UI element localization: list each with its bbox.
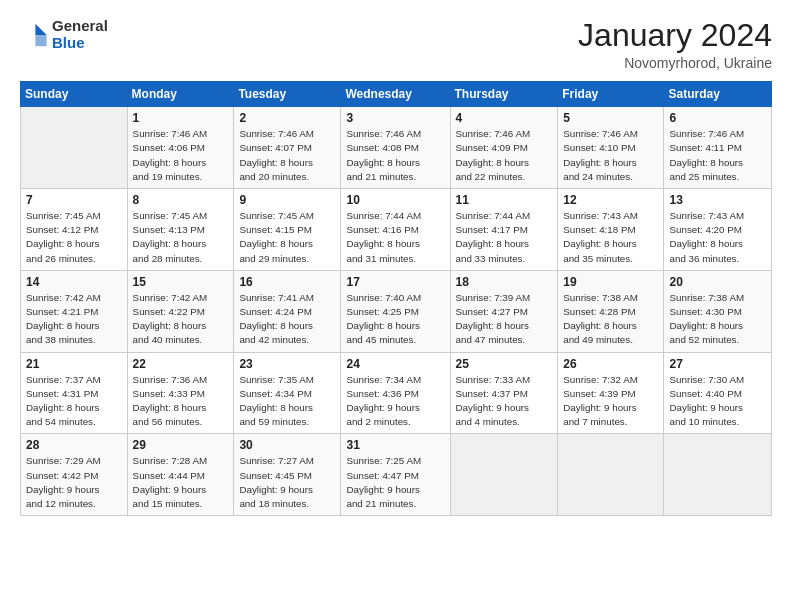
calendar-cell: 4Sunrise: 7:46 AM Sunset: 4:09 PM Daylig…	[450, 107, 558, 189]
day-number: 27	[669, 357, 766, 371]
logo-text: General Blue	[52, 18, 108, 51]
day-info: Sunrise: 7:46 AM Sunset: 4:08 PM Dayligh…	[346, 127, 444, 184]
page-header: General Blue January 2024 Novomyrhorod, …	[20, 18, 772, 71]
day-number: 30	[239, 438, 335, 452]
day-number: 28	[26, 438, 122, 452]
day-info: Sunrise: 7:36 AM Sunset: 4:33 PM Dayligh…	[133, 373, 229, 430]
day-number: 1	[133, 111, 229, 125]
logo: General Blue	[20, 18, 108, 51]
day-info: Sunrise: 7:38 AM Sunset: 4:28 PM Dayligh…	[563, 291, 658, 348]
calendar-table: SundayMondayTuesdayWednesdayThursdayFrid…	[20, 81, 772, 516]
calendar-cell	[664, 434, 772, 516]
day-number: 14	[26, 275, 122, 289]
calendar-cell: 17Sunrise: 7:40 AM Sunset: 4:25 PM Dayli…	[341, 270, 450, 352]
calendar-cell: 24Sunrise: 7:34 AM Sunset: 4:36 PM Dayli…	[341, 352, 450, 434]
calendar-cell: 26Sunrise: 7:32 AM Sunset: 4:39 PM Dayli…	[558, 352, 664, 434]
logo-general: General	[52, 18, 108, 35]
day-number: 15	[133, 275, 229, 289]
day-number: 13	[669, 193, 766, 207]
calendar-cell: 10Sunrise: 7:44 AM Sunset: 4:16 PM Dayli…	[341, 189, 450, 271]
day-number: 26	[563, 357, 658, 371]
subtitle: Novomyrhorod, Ukraine	[578, 55, 772, 71]
day-info: Sunrise: 7:27 AM Sunset: 4:45 PM Dayligh…	[239, 454, 335, 511]
weekday-header-sunday: Sunday	[21, 82, 128, 107]
calendar-body: 1Sunrise: 7:46 AM Sunset: 4:06 PM Daylig…	[21, 107, 772, 516]
day-number: 10	[346, 193, 444, 207]
weekday-header-wednesday: Wednesday	[341, 82, 450, 107]
calendar-cell: 29Sunrise: 7:28 AM Sunset: 4:44 PM Dayli…	[127, 434, 234, 516]
calendar-week-5: 28Sunrise: 7:29 AM Sunset: 4:42 PM Dayli…	[21, 434, 772, 516]
calendar-cell: 16Sunrise: 7:41 AM Sunset: 4:24 PM Dayli…	[234, 270, 341, 352]
day-number: 11	[456, 193, 553, 207]
day-info: Sunrise: 7:45 AM Sunset: 4:13 PM Dayligh…	[133, 209, 229, 266]
main-title: January 2024	[578, 18, 772, 53]
day-number: 20	[669, 275, 766, 289]
day-info: Sunrise: 7:45 AM Sunset: 4:12 PM Dayligh…	[26, 209, 122, 266]
day-number: 24	[346, 357, 444, 371]
svg-marker-0	[35, 23, 46, 34]
calendar-cell: 31Sunrise: 7:25 AM Sunset: 4:47 PM Dayli…	[341, 434, 450, 516]
weekday-header-friday: Friday	[558, 82, 664, 107]
svg-marker-1	[35, 35, 46, 46]
calendar-cell: 21Sunrise: 7:37 AM Sunset: 4:31 PM Dayli…	[21, 352, 128, 434]
calendar-cell: 15Sunrise: 7:42 AM Sunset: 4:22 PM Dayli…	[127, 270, 234, 352]
calendar-cell	[450, 434, 558, 516]
weekday-header-tuesday: Tuesday	[234, 82, 341, 107]
day-number: 21	[26, 357, 122, 371]
day-info: Sunrise: 7:42 AM Sunset: 4:21 PM Dayligh…	[26, 291, 122, 348]
day-info: Sunrise: 7:41 AM Sunset: 4:24 PM Dayligh…	[239, 291, 335, 348]
day-info: Sunrise: 7:32 AM Sunset: 4:39 PM Dayligh…	[563, 373, 658, 430]
day-number: 7	[26, 193, 122, 207]
day-info: Sunrise: 7:45 AM Sunset: 4:15 PM Dayligh…	[239, 209, 335, 266]
day-number: 25	[456, 357, 553, 371]
day-number: 16	[239, 275, 335, 289]
calendar-cell: 27Sunrise: 7:30 AM Sunset: 4:40 PM Dayli…	[664, 352, 772, 434]
day-number: 17	[346, 275, 444, 289]
day-info: Sunrise: 7:39 AM Sunset: 4:27 PM Dayligh…	[456, 291, 553, 348]
calendar-cell: 1Sunrise: 7:46 AM Sunset: 4:06 PM Daylig…	[127, 107, 234, 189]
calendar-cell: 25Sunrise: 7:33 AM Sunset: 4:37 PM Dayli…	[450, 352, 558, 434]
calendar-cell: 20Sunrise: 7:38 AM Sunset: 4:30 PM Dayli…	[664, 270, 772, 352]
calendar-week-1: 1Sunrise: 7:46 AM Sunset: 4:06 PM Daylig…	[21, 107, 772, 189]
day-info: Sunrise: 7:44 AM Sunset: 4:17 PM Dayligh…	[456, 209, 553, 266]
day-info: Sunrise: 7:43 AM Sunset: 4:20 PM Dayligh…	[669, 209, 766, 266]
day-info: Sunrise: 7:44 AM Sunset: 4:16 PM Dayligh…	[346, 209, 444, 266]
calendar-cell: 22Sunrise: 7:36 AM Sunset: 4:33 PM Dayli…	[127, 352, 234, 434]
calendar-cell: 30Sunrise: 7:27 AM Sunset: 4:45 PM Dayli…	[234, 434, 341, 516]
calendar-cell: 11Sunrise: 7:44 AM Sunset: 4:17 PM Dayli…	[450, 189, 558, 271]
day-info: Sunrise: 7:42 AM Sunset: 4:22 PM Dayligh…	[133, 291, 229, 348]
calendar-cell: 19Sunrise: 7:38 AM Sunset: 4:28 PM Dayli…	[558, 270, 664, 352]
day-info: Sunrise: 7:34 AM Sunset: 4:36 PM Dayligh…	[346, 373, 444, 430]
day-number: 5	[563, 111, 658, 125]
calendar-cell: 12Sunrise: 7:43 AM Sunset: 4:18 PM Dayli…	[558, 189, 664, 271]
title-block: January 2024 Novomyrhorod, Ukraine	[578, 18, 772, 71]
day-info: Sunrise: 7:46 AM Sunset: 4:07 PM Dayligh…	[239, 127, 335, 184]
day-number: 2	[239, 111, 335, 125]
day-info: Sunrise: 7:33 AM Sunset: 4:37 PM Dayligh…	[456, 373, 553, 430]
calendar-week-4: 21Sunrise: 7:37 AM Sunset: 4:31 PM Dayli…	[21, 352, 772, 434]
day-info: Sunrise: 7:35 AM Sunset: 4:34 PM Dayligh…	[239, 373, 335, 430]
calendar-cell	[558, 434, 664, 516]
calendar-cell: 28Sunrise: 7:29 AM Sunset: 4:42 PM Dayli…	[21, 434, 128, 516]
calendar-cell: 6Sunrise: 7:46 AM Sunset: 4:11 PM Daylig…	[664, 107, 772, 189]
logo-icon	[20, 21, 48, 49]
logo-blue: Blue	[52, 35, 108, 52]
day-number: 12	[563, 193, 658, 207]
day-number: 8	[133, 193, 229, 207]
weekday-row: SundayMondayTuesdayWednesdayThursdayFrid…	[21, 82, 772, 107]
calendar-cell	[21, 107, 128, 189]
day-info: Sunrise: 7:46 AM Sunset: 4:06 PM Dayligh…	[133, 127, 229, 184]
day-number: 3	[346, 111, 444, 125]
calendar-week-2: 7Sunrise: 7:45 AM Sunset: 4:12 PM Daylig…	[21, 189, 772, 271]
day-number: 19	[563, 275, 658, 289]
day-number: 18	[456, 275, 553, 289]
calendar-cell: 23Sunrise: 7:35 AM Sunset: 4:34 PM Dayli…	[234, 352, 341, 434]
day-info: Sunrise: 7:46 AM Sunset: 4:09 PM Dayligh…	[456, 127, 553, 184]
day-number: 31	[346, 438, 444, 452]
weekday-header-monday: Monday	[127, 82, 234, 107]
weekday-header-saturday: Saturday	[664, 82, 772, 107]
day-number: 4	[456, 111, 553, 125]
day-number: 9	[239, 193, 335, 207]
calendar-cell: 13Sunrise: 7:43 AM Sunset: 4:20 PM Dayli…	[664, 189, 772, 271]
day-number: 23	[239, 357, 335, 371]
